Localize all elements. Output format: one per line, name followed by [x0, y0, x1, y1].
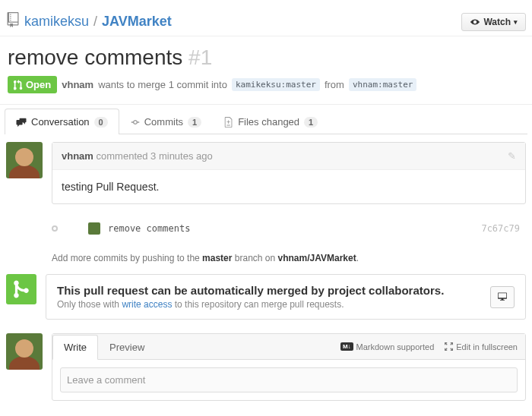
commit-dot-icon	[52, 225, 58, 232]
fullscreen-icon	[445, 342, 453, 351]
repo-name-link[interactable]: JAVMarket	[102, 14, 172, 30]
write-tab[interactable]: Write	[52, 335, 98, 360]
commit-message[interactable]: remove comments	[108, 223, 190, 234]
watch-button[interactable]: Watch ▾	[461, 13, 526, 31]
push-hint: Add more commits by pushing to the maste…	[52, 253, 526, 263]
git-pull-request-icon	[14, 80, 23, 90]
state-badge: Open	[8, 76, 57, 93]
write-access-link[interactable]: write access	[122, 299, 172, 310]
comment-textarea[interactable]: Leave a comment	[60, 367, 518, 392]
merge-title: This pull request can be automatically m…	[57, 284, 444, 297]
commit-avatar[interactable]	[88, 222, 100, 235]
git-commit-icon	[131, 118, 140, 127]
comment-author[interactable]: vhnam	[62, 150, 93, 162]
avatar[interactable]	[6, 142, 43, 178]
merge-subtext: Only those with write access to this rep…	[57, 299, 444, 310]
tab-nav: Conversation 0 Commits 1 Files changed 1	[5, 105, 527, 134]
pr-author[interactable]: vhnam	[62, 79, 93, 90]
fullscreen-link[interactable]: Edit in fullscreen	[445, 342, 518, 351]
commit-row: remove comments 7c67c79	[52, 215, 526, 242]
edit-icon[interactable]: ✎	[508, 150, 516, 162]
tab-conversation[interactable]: Conversation 0	[5, 109, 119, 134]
merge-icon	[6, 274, 36, 304]
issue-header: remove comments #1 Open vhnam wants to m…	[0, 36, 532, 105]
base-branch[interactable]: kamikeksu:master	[232, 78, 320, 91]
avatar[interactable]	[6, 333, 43, 370]
path-separator: /	[93, 14, 97, 30]
new-comment-form: Write Preview M↓Markdown supported Edit …	[52, 333, 526, 401]
preview-tab[interactable]: Preview	[98, 335, 156, 360]
desktop-button[interactable]	[490, 286, 515, 308]
comment-discussion-icon	[16, 117, 27, 127]
comment: vhnam commented 3 minutes ago ✎ testing …	[52, 142, 526, 204]
repo-header: kamikeksu / JAVMarket Watch ▾	[0, 0, 532, 36]
repo-owner-link[interactable]: kamikeksu	[24, 14, 89, 30]
head-branch[interactable]: vhnam:master	[349, 78, 416, 91]
markdown-supported-link[interactable]: M↓Markdown supported	[340, 342, 434, 351]
issue-number: #1	[188, 46, 212, 69]
repo-icon	[6, 12, 20, 31]
markdown-icon: M↓	[340, 342, 353, 351]
tab-files[interactable]: Files changed 1	[213, 109, 329, 134]
comment-body: testing Pull Request.	[52, 170, 525, 203]
eye-icon	[470, 17, 480, 27]
caret-down-icon: ▾	[514, 18, 518, 26]
tab-commits[interactable]: Commits 1	[119, 109, 213, 134]
desktop-icon	[497, 292, 508, 301]
comment-time: 3 minutes ago	[150, 150, 213, 162]
file-diff-icon	[224, 117, 233, 128]
commit-sha[interactable]: 7c67c79	[481, 223, 520, 234]
merge-status-box: This pull request can be automatically m…	[46, 274, 526, 320]
issue-title: remove comments #1	[8, 46, 524, 70]
